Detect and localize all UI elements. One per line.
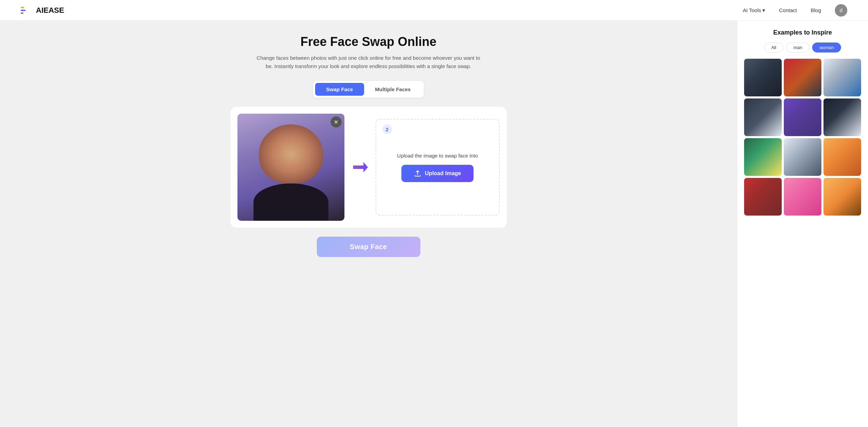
logo[interactable]: AIEASE [21, 6, 64, 15]
nav-ai-tools[interactable]: AI Tools ▾ [743, 7, 765, 13]
tab-multiple-faces[interactable]: Multiple Faces [364, 83, 422, 96]
svg-rect-2 [21, 12, 23, 14]
target-instruction: Upload the image to swap face into [397, 153, 478, 159]
tabs-container: Swap Face Multiple Faces [313, 81, 424, 98]
gallery-item[interactable] [744, 98, 782, 136]
gallery-item[interactable] [744, 138, 782, 176]
remove-source-button[interactable]: ✕ [331, 116, 342, 127]
filter-man[interactable]: man [786, 42, 809, 53]
svg-rect-1 [21, 10, 26, 11]
gallery-item[interactable] [784, 59, 821, 96]
gallery-item[interactable] [784, 138, 821, 176]
source-image-wrapper: ✕ [237, 114, 344, 221]
gallery-item[interactable] [823, 138, 861, 176]
close-icon: ✕ [334, 119, 338, 125]
svg-rect-0 [21, 7, 24, 8]
nav-blog[interactable]: Blog [811, 7, 821, 13]
logo-text: AIEASE [36, 6, 64, 15]
gallery-item[interactable] [823, 98, 861, 136]
arrow-section [344, 159, 376, 176]
nav-contact[interactable]: Contact [779, 7, 797, 13]
page-description: Change faces between photos with just on… [255, 54, 482, 70]
svg-marker-3 [353, 162, 368, 172]
tab-swap-face[interactable]: Swap Face [315, 83, 364, 96]
gallery-item[interactable] [784, 178, 821, 216]
gallery-item[interactable] [784, 98, 821, 136]
arrow-icon [351, 159, 369, 176]
page-title: Free Face Swap Online [300, 35, 436, 49]
gallery-item[interactable] [744, 59, 782, 96]
filter-all[interactable]: All [764, 42, 783, 53]
logo-icon [21, 6, 33, 15]
step-badge: 2 [382, 124, 392, 134]
main-content: Free Face Swap Online Change faces betwe… [0, 21, 737, 427]
upload-image-button[interactable]: Upload Image [401, 165, 474, 182]
swap-area: ✕ 2 Upload th [231, 107, 507, 228]
upload-icon [414, 170, 421, 177]
gallery-item[interactable] [823, 178, 861, 216]
nav-links: AI Tools ▾ Contact Blog d [743, 4, 847, 17]
page-layout: Free Face Swap Online Change faces betwe… [0, 21, 868, 427]
target-panel: 2 Upload the image to swap face into Upl… [376, 119, 500, 216]
gallery-item[interactable] [744, 178, 782, 216]
chevron-down-icon: ▾ [762, 7, 765, 13]
source-face-photo [237, 114, 344, 221]
sidebar: Examples to Inspire All man woman [737, 21, 868, 427]
user-avatar[interactable]: d [835, 4, 847, 17]
gallery-grid [744, 59, 861, 216]
swap-face-button[interactable]: Swap Face [317, 237, 420, 257]
filter-woman[interactable]: woman [812, 42, 841, 53]
filter-row: All man woman [744, 42, 861, 53]
gallery-item[interactable] [823, 59, 861, 96]
sidebar-title: Examples to Inspire [744, 29, 861, 36]
navbar: AIEASE AI Tools ▾ Contact Blog d [0, 0, 868, 21]
source-panel: ✕ [237, 114, 344, 221]
